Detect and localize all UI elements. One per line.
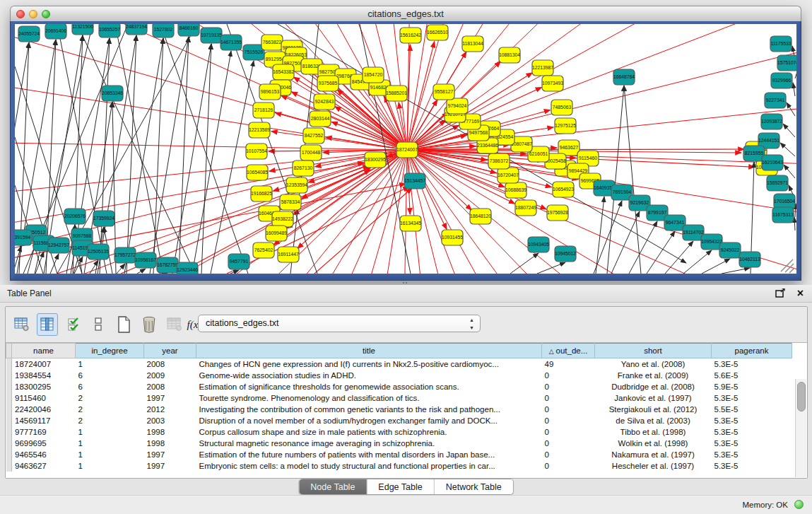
graph-node-teal[interactable]: 12942757 bbox=[48, 238, 69, 253]
cell[interactable]: 5.3E-5 bbox=[712, 460, 792, 472]
graph-node-teal[interactable]: 10958167 bbox=[135, 252, 156, 268]
table-row[interactable]: 2242004622012Investigating the contribut… bbox=[6, 404, 792, 415]
graph-node-yellow[interactable]: 15885201 bbox=[386, 86, 407, 101]
graph-node-yellow[interactable]: 16543382 bbox=[273, 64, 294, 80]
graph-node-yellow[interactable]: 1700448 bbox=[300, 145, 322, 160]
cell[interactable]: 5.3E-5 bbox=[712, 426, 792, 438]
graph-node-yellow[interactable]: 1854720 bbox=[363, 67, 384, 83]
graph-node-teal[interactable]: 15751074 bbox=[777, 55, 796, 71]
cell[interactable]: 0 bbox=[542, 438, 595, 449]
show-columns-icon[interactable] bbox=[37, 313, 58, 336]
graph-node-yellow[interactable]: 2718126 bbox=[253, 103, 274, 118]
vertical-scrollbar[interactable] bbox=[795, 379, 806, 477]
cell[interactable]: 0 bbox=[542, 404, 595, 415]
table-selector-combobox[interactable]: citations_edges.txt ▲▼ bbox=[198, 315, 481, 332]
cell[interactable]: 9777169 bbox=[12, 426, 76, 438]
cell[interactable]: Changes of HCN gene expression and I(f) … bbox=[196, 358, 542, 370]
cell[interactable]: de Silva et al. (2003) bbox=[595, 415, 712, 426]
cell[interactable]: 2 bbox=[76, 415, 144, 426]
cell[interactable]: 0 bbox=[542, 460, 595, 472]
cell[interactable]: 5.3E-5 bbox=[712, 392, 792, 404]
graph-node-teal[interactable]: 20206576 bbox=[64, 209, 86, 224]
cell[interactable]: 5.3E-5 bbox=[712, 449, 792, 460]
cell[interactable]: 0 bbox=[542, 426, 595, 438]
cell[interactable]: 2003 bbox=[144, 415, 196, 426]
graph-node-yellow[interactable]: 9794024 bbox=[447, 98, 468, 114]
table-settings-icon[interactable] bbox=[11, 313, 33, 336]
cell[interactable]: 2 bbox=[76, 404, 144, 415]
graph-node-yellow[interactable]: 18648120 bbox=[470, 209, 491, 224]
cell[interactable]: 1 bbox=[76, 460, 144, 472]
graph-node-yellow[interactable]: 5878334 bbox=[280, 194, 301, 210]
graph-node-teal[interactable]: 17359924 bbox=[93, 211, 114, 226]
cell[interactable]: 2008 bbox=[144, 358, 196, 370]
clear-selection-icon[interactable] bbox=[88, 313, 109, 336]
cell[interactable]: Disruption of a novel member of a sodium… bbox=[196, 415, 542, 426]
cell[interactable]: 18300295 bbox=[12, 381, 76, 392]
network-window-titlebar[interactable]: citations_edges.txt bbox=[10, 6, 801, 23]
cell[interactable]: Jankovic et al. (1997) bbox=[595, 392, 712, 404]
graph-node-yellow[interactable]: 19166825 bbox=[251, 186, 272, 201]
graph-node-teal[interactable]: 9457791 bbox=[228, 254, 249, 269]
graph-node-teal[interactable]: 16648784 bbox=[613, 69, 635, 85]
cell[interactable]: 9465546 bbox=[12, 449, 76, 460]
cell[interactable]: 2012 bbox=[144, 404, 196, 415]
column-header-year[interactable]: year bbox=[144, 344, 196, 358]
graph-node-teal[interactable]: 14671355 bbox=[220, 35, 242, 50]
graph-node-yellow[interactable]: 16626510 bbox=[427, 25, 448, 40]
graph-node-yellow[interactable]: 10881304 bbox=[499, 47, 520, 63]
table-row[interactable]: 1456911722003Disruption of a novel membe… bbox=[6, 415, 792, 426]
cell[interactable]: 1998 bbox=[144, 426, 196, 438]
cell[interactable]: Estimation of the future numbers of pati… bbox=[196, 449, 542, 460]
graph-node-teal[interactable]: 11675313 bbox=[772, 207, 794, 223]
cell[interactable]: 2009 bbox=[144, 370, 196, 381]
cell[interactable]: 22420046 bbox=[12, 404, 76, 415]
cell[interactable]: 5.3E-5 bbox=[712, 358, 792, 370]
graph-node-yellow[interactable]: 7625402 bbox=[253, 243, 274, 258]
column-header-in-degree[interactable]: in_degree bbox=[76, 344, 144, 358]
cell[interactable]: Tourette syndrome. Phenomenology and cla… bbox=[196, 392, 542, 404]
cell[interactable]: 1998 bbox=[144, 438, 196, 449]
graph-node-yellow[interactable]: 12975125 bbox=[555, 118, 576, 134]
graph-node-yellow[interactable]: 10931455 bbox=[442, 230, 463, 245]
cell[interactable]: 0 bbox=[542, 415, 595, 426]
cell[interactable]: Hescheler et al. (1997) bbox=[595, 460, 712, 472]
graph-node-teal[interactable]: 10655257 bbox=[99, 24, 120, 37]
tab-edge-table[interactable]: Edge Table bbox=[367, 479, 434, 494]
graph-node-yellow[interactable]: 16720407 bbox=[498, 168, 519, 183]
memory-ok-indicator[interactable] bbox=[794, 500, 804, 509]
cell[interactable]: 1997 bbox=[144, 392, 196, 404]
cell[interactable]: Estimation of significance thresholds fo… bbox=[196, 381, 542, 392]
network-canvas[interactable]: 2405572420691406113215061065525724837194… bbox=[15, 24, 796, 274]
cell[interactable]: 6 bbox=[76, 370, 144, 381]
cell[interactable]: 1997 bbox=[144, 449, 196, 460]
cell[interactable]: Dudbridge et al. (2008) bbox=[595, 381, 712, 392]
cell[interactable]: 14569117 bbox=[12, 415, 76, 426]
graph-node-teal[interactable]: 16210643 bbox=[762, 155, 783, 170]
float-panel-icon[interactable] bbox=[775, 288, 785, 298]
cell[interactable]: 0 bbox=[542, 370, 595, 381]
column-header-pagerank[interactable]: pagerank bbox=[712, 344, 792, 358]
select-all-rows-icon[interactable] bbox=[64, 313, 85, 336]
node-table[interactable]: namein_degreeyeartitle△out_de...shortpag… bbox=[6, 343, 792, 472]
graph-node-yellow[interactable]: 12213987 bbox=[532, 60, 553, 76]
cell[interactable]: 6 bbox=[76, 381, 144, 392]
graph-node-yellow[interactable]: 12353594 bbox=[286, 177, 307, 193]
zoom-window-button[interactable] bbox=[42, 10, 50, 18]
cell[interactable]: 1997 bbox=[144, 460, 196, 472]
graph-node-teal[interactable]: 20691406 bbox=[45, 24, 66, 39]
cell[interactable]: Corpus callosum shape and size in male p… bbox=[196, 426, 542, 438]
table-row[interactable]: 1872400712008Changes of HCN gene express… bbox=[6, 358, 792, 370]
graph-node-teal[interactable]: 9391594 bbox=[15, 230, 32, 245]
graph-node-teal[interactable]: 10719135 bbox=[201, 28, 222, 43]
graph-node-yellow[interactable]: 9896153 bbox=[259, 84, 281, 100]
graph-node-teal[interactable]: 16782759 bbox=[157, 257, 178, 273]
graph-node-yellow[interactable]: 16099489 bbox=[266, 226, 287, 241]
graph-node-teal[interactable]: 1527802 bbox=[153, 24, 174, 37]
table-row[interactable]: 1938455462009Genome-wide association stu… bbox=[6, 370, 792, 381]
cell[interactable]: 2008 bbox=[144, 381, 196, 392]
cell[interactable]: 2 bbox=[76, 392, 144, 404]
graph-node-teal[interactable]: 8466160 bbox=[178, 24, 199, 36]
cell[interactable]: 0 bbox=[542, 381, 595, 392]
graph-node-teal[interactable]: 10945012 bbox=[555, 246, 576, 262]
